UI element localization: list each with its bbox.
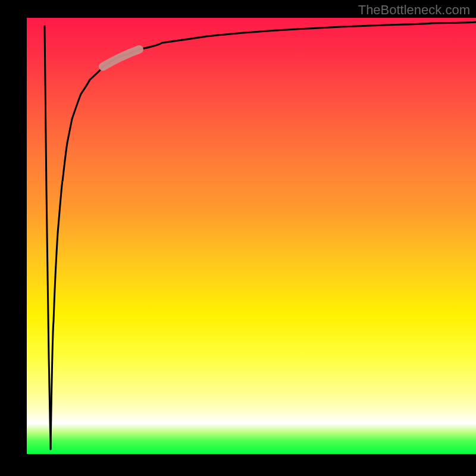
chart-plot-area [27,18,476,454]
curve-highlight-segment [103,49,139,67]
attribution-text: TheBottleneck.com [358,2,470,18]
curve-main [51,22,476,449]
chart-curve-svg [27,18,476,454]
curve-group [45,22,476,449]
curve-downstroke [45,26,51,449]
